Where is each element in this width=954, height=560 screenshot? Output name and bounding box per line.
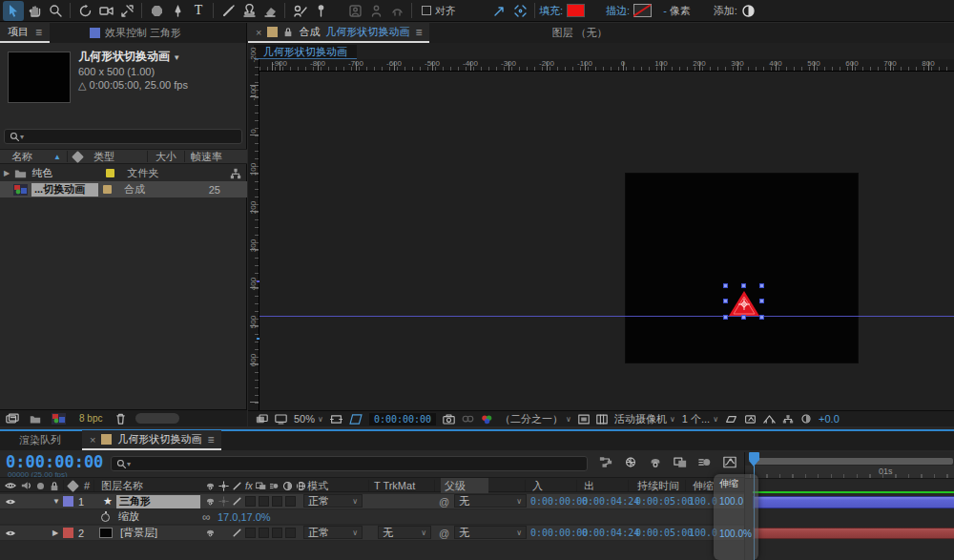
column-size[interactable]: 大小 [156, 150, 176, 164]
interpret-footage-icon[interactable] [6, 413, 19, 425]
magnification-dropdown[interactable]: 50% ∨ [294, 413, 323, 425]
composition-title-row[interactable]: 几何形状切换动画 ▼ [78, 50, 188, 65]
stroke-label[interactable]: 描边: [606, 4, 630, 18]
lock-column-icon[interactable] [50, 478, 59, 493]
timeline-track-area[interactable]: 01s [744, 452, 954, 560]
clone-stamp-tool-button[interactable] [238, 1, 259, 21]
constrain-link-icon[interactable]: ∞ [202, 509, 211, 524]
new-folder-icon[interactable] [29, 413, 42, 425]
parent-dropdown[interactable]: 无∨ [454, 494, 527, 508]
switch-cell[interactable] [272, 496, 282, 507]
view-layout-dropdown[interactable]: 1 个... ∨ [682, 412, 718, 426]
composition-frame[interactable] [625, 173, 859, 363]
switch-cell[interactable] [259, 528, 269, 538]
monitor-icon[interactable] [275, 414, 287, 425]
project-row-solids[interactable]: ▶ 纯色 文件夹 [0, 165, 247, 181]
column-divider[interactable] [67, 151, 68, 162]
bit-depth-button[interactable]: 8 bpc [75, 413, 106, 424]
in-column[interactable]: 入 [532, 478, 543, 493]
align-checkbox[interactable] [422, 6, 431, 15]
parent-column[interactable]: 父级 [441, 478, 488, 493]
out-column[interactable]: 出 [584, 478, 594, 493]
project-search-field[interactable]: ▾ [4, 129, 242, 144]
rotation-tool-button[interactable] [74, 1, 95, 21]
trkmat-column[interactable]: T TrkMat [374, 478, 415, 493]
free-transform-button[interactable] [509, 1, 530, 21]
sort-ascending-icon[interactable]: ▲ [53, 153, 61, 161]
visibility-eye-icon[interactable] [5, 526, 16, 540]
expand-caret-icon[interactable]: ▼ [52, 494, 60, 508]
bbox-handle[interactable] [723, 299, 728, 303]
region-of-interest-icon[interactable] [330, 414, 342, 425]
composition-navigator-tab[interactable]: 几何形状切换动画 [254, 45, 357, 59]
switch-cell[interactable] [259, 496, 269, 507]
column-name[interactable]: 名称 [11, 150, 32, 164]
tab-close-icon[interactable]: × [90, 434, 95, 446]
tab-render-queue[interactable]: 渲染队列 [11, 430, 69, 450]
eraser-tool-button[interactable] [259, 1, 280, 21]
ground-plane-icon[interactable] [763, 414, 776, 425]
layer-row-1[interactable]: ▼ 1 ★ 三角形 正常∨ @ 无∨ 0:00:00:00 0:00:04:24… [0, 494, 744, 509]
layer1-duration-bar[interactable] [753, 496, 954, 508]
safe-margins-icon[interactable] [349, 414, 363, 425]
draft-3d-wheel-icon[interactable] [624, 456, 637, 468]
lock-icon[interactable] [283, 27, 293, 37]
flat-view-icon[interactable] [725, 414, 737, 425]
fill-label[interactable]: 填充: [539, 4, 563, 18]
draft-3d-icon[interactable] [744, 414, 757, 425]
pen-tool-button[interactable] [167, 1, 188, 21]
target-region-icon[interactable] [578, 414, 590, 425]
parent-dropdown[interactable]: 无∨ [454, 526, 527, 539]
layer-name-edit-field[interactable]: 三角形 [116, 494, 200, 508]
layer2-duration-bar[interactable] [753, 528, 954, 539]
layer-row-2[interactable]: ▶ 2 [背景层] 正常∨ 无∨ @ 无∨ 0:00:00:00 0:00:04… [0, 526, 744, 541]
switches-column-icons[interactable]: fx [205, 478, 306, 493]
pan-behind-tool-button[interactable] [116, 1, 137, 21]
label-chip-yellow[interactable] [106, 169, 114, 177]
duration-value[interactable]: 0:00:05:00 [635, 494, 693, 508]
trkmat-dropdown[interactable]: 无∨ [378, 526, 431, 539]
parent-pickwhip-icon[interactable]: @ [439, 526, 449, 540]
resolution-dropdown[interactable]: （二分之一） ∨ [500, 412, 571, 426]
stroke-width-value[interactable]: - [663, 5, 667, 16]
project-row-composition[interactable]: ...切换动画 合成 25 [0, 181, 247, 197]
selected-shape-group[interactable] [723, 283, 765, 321]
stroke-color-swatch[interactable] [633, 4, 652, 17]
search-options-caret-icon[interactable]: ▾ [20, 133, 24, 141]
search-options-caret-icon[interactable]: ▾ [127, 460, 131, 468]
switch-cell[interactable] [245, 528, 256, 538]
switch-cell[interactable] [272, 528, 282, 538]
layer-switches[interactable] [205, 526, 296, 540]
trash-icon[interactable] [115, 413, 126, 425]
shy-layers-icon[interactable] [649, 456, 662, 468]
active-camera-dropdown[interactable]: 活动摄像机 ∨ [614, 412, 675, 426]
audio-column-icon[interactable] [21, 478, 31, 493]
in-value[interactable]: 0:00:00:00 [530, 494, 588, 508]
hand-tool-button[interactable] [24, 1, 45, 21]
bbox-handle[interactable] [759, 315, 764, 320]
timeline-search-field[interactable]: ▾ [111, 456, 588, 471]
pixel-aspect-correction-icon[interactable] [596, 414, 608, 425]
out-value[interactable]: 0:00:04:24 [582, 494, 639, 508]
add-property-icon[interactable] [741, 4, 756, 18]
property-name[interactable]: 缩放 [118, 509, 139, 524]
layer-label-chip[interactable] [63, 526, 73, 540]
exposure-value[interactable]: +0.0 [819, 413, 840, 425]
exposure-gear-icon[interactable] [800, 413, 812, 425]
column-fps[interactable]: 帧速率 [191, 150, 222, 164]
mode-column[interactable]: 模式 [307, 478, 328, 493]
always-preview-icon[interactable] [256, 414, 268, 425]
bbox-handle[interactable] [759, 299, 764, 303]
horizontal-guide-line[interactable] [259, 316, 954, 317]
tab-close-icon[interactable]: × [256, 27, 261, 38]
channel-rgb-icon[interactable] [481, 414, 493, 425]
video-column-icon[interactable] [5, 478, 16, 493]
bbox-handle[interactable] [723, 283, 728, 288]
label-chip-tan[interactable] [103, 185, 112, 194]
label-column-icon[interactable] [72, 151, 84, 163]
tab-layer-viewer[interactable]: 图层 （无） [544, 23, 614, 43]
column-divider[interactable] [184, 151, 185, 162]
item-name-edit-field[interactable]: ...切换动画 [31, 183, 98, 197]
switch-cell[interactable] [285, 496, 296, 507]
tab-effect-controls[interactable]: 效果控制 三角形 [82, 23, 189, 43]
